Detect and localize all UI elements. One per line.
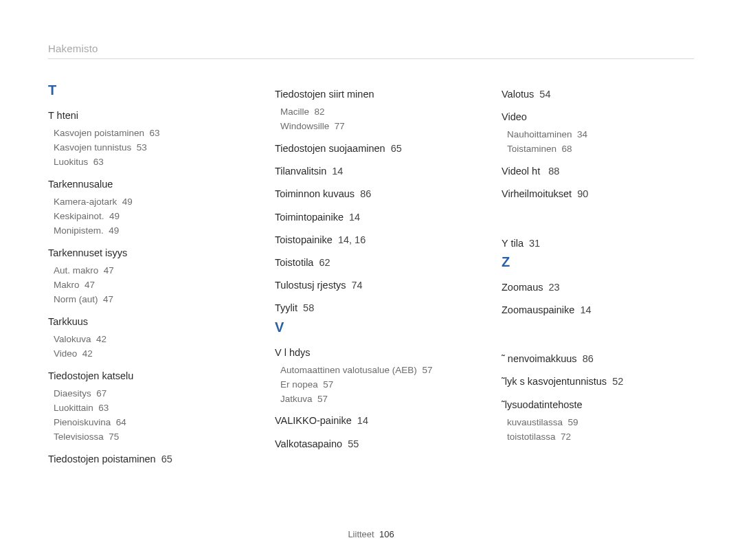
index-entry-label: Tarkennuset isyys (48, 247, 127, 258)
index-entry-label: Video (502, 111, 527, 122)
index-subentry-list: Aut. makro 47Makro 47Norm (aut) 47 (54, 264, 240, 307)
index-subentry: Er nopea 57 (280, 378, 467, 392)
index-entry-page: 55 (348, 438, 359, 449)
index-subentry: Makro 47 (54, 278, 240, 293)
index-subentry-label: Er nopea (280, 379, 318, 390)
index-subentry: kuvaustilassa 59 (507, 416, 694, 430)
index-entry-label: Toimintopainike (275, 212, 344, 223)
index-subentry-list: Diaesitys 67Luokittain 63Pienoiskuvina 6… (54, 387, 240, 445)
index-entry-label: Valkotasapaino (275, 438, 342, 449)
index-subentry: Kasvojen poistaminen 63 (54, 126, 240, 141)
index-subentry: Aut. makro 47 (54, 264, 240, 278)
index-subentry: Toistaminen 68 (507, 142, 694, 157)
index-entry: Toimintopainike 14 (275, 210, 467, 225)
index-entry-label: ˜lysuodatintehoste (502, 399, 583, 410)
index-entry-page: 14 (332, 166, 343, 177)
index-entry-page: 74 (351, 280, 362, 291)
index-letter-heading: Z (502, 254, 694, 270)
index-subentry-label: Automaattinen valotusalue (AEB) (280, 365, 417, 375)
index-subentry-page: 82 (315, 107, 325, 117)
footer-label: Liitteet (348, 529, 374, 539)
index-subentry-page: 57 (422, 365, 432, 375)
index-subentry: Windowsille 77 (280, 120, 467, 134)
index-subentry: Kamera-ajotark 49 (54, 195, 240, 210)
index-entry: Y tila 31 (502, 236, 694, 251)
index-entry-page: 14 (357, 415, 368, 426)
index-subentry-label: Macille (280, 107, 309, 117)
index-subentry-list: Valokuva 42Video 42 (54, 333, 240, 361)
index-letter-heading: T (48, 82, 240, 98)
index-entry: Tyylit 58 (275, 300, 467, 316)
index-subentry: Jatkuva 57 (280, 392, 467, 407)
index-entry: Videol ht 88 (502, 164, 694, 179)
spacer (502, 205, 694, 229)
index-entry-page: 86 (360, 188, 371, 199)
index-columns: TT hteniKasvojen poistaminen 63Kasvojen … (48, 80, 694, 470)
index-subentry-page: 34 (577, 129, 587, 139)
index-entry-label: Tarkkuus (48, 316, 88, 327)
index-subentry-label: Toistaminen (507, 144, 556, 154)
index-subentry: Macille 82 (280, 105, 467, 120)
index-entry: VALIKKO-painike 14 (275, 413, 467, 429)
index-entry-page: 58 (303, 302, 314, 313)
index-subentry-page: 49 (122, 197, 133, 207)
index-subentry-label: Luokitus (54, 157, 88, 167)
index-subentry: Nauhoittaminen 34 (507, 128, 694, 142)
index-entry-page: 54 (539, 89, 550, 100)
index-subentry-label: Makro (54, 280, 80, 290)
index-entry-page: 90 (577, 188, 588, 199)
index-entry-label: Tyylit (275, 302, 297, 313)
index-entry-page: 14 (349, 212, 360, 223)
index-subentry-label: Windowsille (280, 121, 329, 131)
index-subentry-page: 42 (82, 348, 93, 359)
index-subentry-label: Luokittain (54, 403, 93, 413)
index-subentry-label: kuvaustilassa (507, 417, 563, 427)
index-subentry: Televisiossa 75 (54, 430, 240, 445)
index-column: TT hteniKasvojen poistaminen 63Kasvojen … (48, 80, 240, 470)
index-entry-label: Toiminnon kuvaus (275, 188, 355, 199)
index-entry-label: Zoomaus (502, 282, 543, 293)
index-subentry-label: Kasvojen tunnistus (54, 142, 131, 153)
index-entry: ˜lyk s kasvojentunnistus 52 (502, 374, 694, 390)
index-entry: Video (502, 109, 694, 125)
index-subentry-label: Televisiossa (54, 432, 104, 442)
index-subentry-page: 42 (96, 334, 106, 344)
index-entry: Virheilmoitukset 90 (502, 186, 694, 202)
index-entry-label: VALIKKO-painike (275, 415, 352, 426)
index-entry-page: 86 (583, 353, 594, 364)
index-subentry-page: 53 (137, 142, 147, 153)
index-entry-page: 65 (391, 143, 402, 154)
index-subentry: Valokuva 42 (54, 333, 240, 347)
index-entry-page: 31 (529, 238, 540, 249)
index-entry: Toistopainike 14, 16 (275, 232, 467, 248)
index-entry-label: Tulostusj rjestys (275, 280, 346, 291)
index-entry: Tarkkuus (48, 314, 240, 330)
index-entry: Tiedostojen katselu (48, 368, 240, 384)
index-subentry-page: 63 (98, 403, 109, 413)
index-entry: Tulostusj rjestys 74 (275, 278, 467, 293)
index-subentry-page: 57 (317, 394, 328, 404)
index-subentry: Luokitus 63 (54, 155, 240, 170)
index-subentry-page: 47 (103, 294, 113, 304)
header-rule (48, 58, 694, 59)
index-subentry-label: Valokuva (54, 334, 91, 344)
index-entry: Tilanvalitsin 14 (275, 164, 467, 179)
index-entry-label: T hteni (48, 110, 78, 121)
index-subentry-page: 49 (109, 225, 119, 236)
index-entry-page: 23 (549, 282, 560, 293)
index-subentry-label: Pienoiskuvina (54, 417, 111, 427)
index-entry-label: V l hdys (275, 347, 311, 358)
index-subentry-label: Keskipainot. (54, 211, 104, 221)
index-subentry-label: Aut. makro (54, 265, 98, 276)
index-entry-label: Virheilmoitukset (502, 188, 572, 199)
index-subentry: Diaesitys 67 (54, 387, 240, 401)
index-entry-page: 65 (161, 453, 172, 464)
index-entry-label: Y tila (502, 238, 524, 249)
index-entry-label: Valotus (502, 89, 534, 100)
index-entry-page: 88 (548, 166, 559, 177)
index-entry-label: Tiedostojen siirt minen (275, 89, 374, 100)
index-subentry-page: 57 (323, 379, 333, 390)
index-subentry-list: Kasvojen poistaminen 63Kasvojen tunnistu… (54, 126, 240, 170)
index-subentry: toistotilassa 72 (507, 430, 694, 445)
index-subentry-page: 77 (335, 121, 345, 131)
